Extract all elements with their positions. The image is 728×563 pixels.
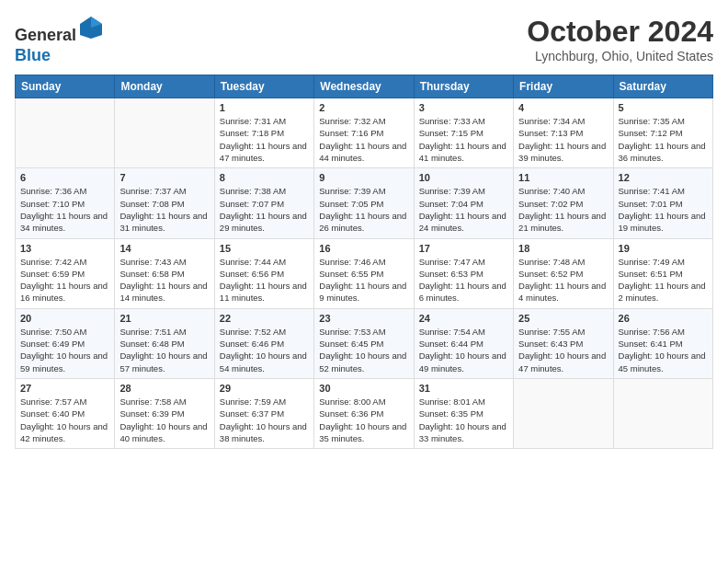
calendar-cell: 2Sunrise: 7:32 AMSunset: 7:16 PMDaylight…: [314, 98, 414, 168]
calendar-cell: 1Sunrise: 7:31 AMSunset: 7:18 PMDaylight…: [214, 98, 313, 168]
day-number: 31: [419, 383, 508, 394]
calendar-cell: 25Sunrise: 7:55 AMSunset: 6:43 PMDayligh…: [514, 308, 613, 378]
calendar-cell: 3Sunrise: 7:33 AMSunset: 7:15 PMDaylight…: [414, 98, 513, 168]
day-number: 2: [319, 102, 408, 113]
day-number: 27: [20, 383, 109, 394]
calendar-cell: 24Sunrise: 7:54 AMSunset: 6:44 PMDayligh…: [414, 308, 513, 378]
month-title: October 2024: [527, 15, 713, 49]
day-info: Sunrise: 7:32 AMSunset: 7:16 PMDaylight:…: [319, 115, 408, 164]
calendar-cell: 10Sunrise: 7:39 AMSunset: 7:04 PMDayligh…: [414, 168, 513, 238]
day-info: Sunrise: 7:55 AMSunset: 6:43 PMDaylight:…: [518, 326, 608, 374]
day-info: Sunrise: 7:47 AMSunset: 6:53 PMDaylight:…: [419, 256, 508, 304]
day-info: Sunrise: 8:01 AMSunset: 6:35 PMDaylight:…: [419, 396, 508, 444]
title-block: October 2024 Lynchburg, Ohio, United Sta…: [527, 15, 713, 63]
day-number: 14: [119, 243, 209, 254]
col-sunday: Sunday: [16, 75, 115, 98]
logo-general: General: [15, 26, 76, 44]
col-wednesday: Wednesday: [314, 75, 414, 98]
day-info: Sunrise: 7:51 AMSunset: 6:48 PMDaylight:…: [119, 326, 209, 374]
day-number: 28: [119, 383, 209, 394]
calendar-cell: 31Sunrise: 8:01 AMSunset: 6:35 PMDayligh…: [414, 378, 513, 448]
day-info: Sunrise: 7:37 AMSunset: 7:08 PMDaylight:…: [119, 185, 209, 234]
day-number: 4: [518, 102, 608, 113]
col-saturday: Saturday: [613, 75, 712, 98]
col-tuesday: Tuesday: [214, 75, 313, 98]
day-info: Sunrise: 7:52 AMSunset: 6:46 PMDaylight:…: [220, 326, 309, 374]
day-number: 21: [119, 313, 209, 324]
calendar-cell: 20Sunrise: 7:50 AMSunset: 6:49 PMDayligh…: [16, 308, 115, 378]
day-info: Sunrise: 7:39 AMSunset: 7:05 PMDaylight:…: [319, 185, 408, 234]
calendar-cell: 9Sunrise: 7:39 AMSunset: 7:05 PMDaylight…: [314, 168, 414, 238]
day-number: 24: [419, 313, 508, 324]
day-number: 19: [619, 243, 708, 254]
day-number: 13: [20, 243, 109, 254]
day-info: Sunrise: 7:40 AMSunset: 7:02 PMDaylight:…: [518, 185, 608, 234]
calendar-week-2: 6Sunrise: 7:36 AMSunset: 7:10 PMDaylight…: [16, 168, 713, 238]
day-info: Sunrise: 7:42 AMSunset: 6:59 PMDaylight:…: [20, 256, 109, 304]
day-info: Sunrise: 7:36 AMSunset: 7:10 PMDaylight:…: [20, 185, 109, 234]
calendar-week-1: 1Sunrise: 7:31 AMSunset: 7:18 PMDaylight…: [16, 98, 713, 168]
day-number: 12: [619, 172, 708, 183]
calendar-cell: 13Sunrise: 7:42 AMSunset: 6:59 PMDayligh…: [16, 238, 115, 308]
day-info: Sunrise: 7:57 AMSunset: 6:40 PMDaylight:…: [20, 396, 109, 444]
day-info: Sunrise: 7:43 AMSunset: 6:58 PMDaylight:…: [119, 256, 209, 304]
calendar-cell: 28Sunrise: 7:58 AMSunset: 6:39 PMDayligh…: [115, 378, 214, 448]
calendar-cell: 19Sunrise: 7:49 AMSunset: 6:51 PMDayligh…: [613, 238, 712, 308]
calendar-cell: 27Sunrise: 7:57 AMSunset: 6:40 PMDayligh…: [16, 378, 115, 448]
day-info: Sunrise: 8:00 AMSunset: 6:36 PMDaylight:…: [319, 396, 408, 444]
calendar-cell: 23Sunrise: 7:53 AMSunset: 6:45 PMDayligh…: [314, 308, 414, 378]
calendar-week-4: 20Sunrise: 7:50 AMSunset: 6:49 PMDayligh…: [16, 308, 713, 378]
day-info: Sunrise: 7:35 AMSunset: 7:12 PMDaylight:…: [619, 115, 708, 164]
calendar-cell: 14Sunrise: 7:43 AMSunset: 6:58 PMDayligh…: [115, 238, 214, 308]
calendar-cell: 22Sunrise: 7:52 AMSunset: 6:46 PMDayligh…: [214, 308, 313, 378]
calendar-cell: 4Sunrise: 7:34 AMSunset: 7:13 PMDaylight…: [514, 98, 613, 168]
page-header: General Blue October 2024 Lynchburg, Ohi…: [15, 15, 713, 65]
calendar-cell: 21Sunrise: 7:51 AMSunset: 6:48 PMDayligh…: [115, 308, 214, 378]
calendar-cell: [613, 378, 712, 448]
day-info: Sunrise: 7:59 AMSunset: 6:37 PMDaylight:…: [220, 396, 309, 444]
col-friday: Friday: [514, 75, 613, 98]
calendar-cell: [16, 98, 115, 168]
logo: General Blue: [15, 15, 104, 65]
day-number: 20: [20, 313, 109, 324]
calendar-cell: 17Sunrise: 7:47 AMSunset: 6:53 PMDayligh…: [414, 238, 513, 308]
day-info: Sunrise: 7:50 AMSunset: 6:49 PMDaylight:…: [20, 326, 109, 374]
calendar-cell: [115, 98, 214, 168]
day-info: Sunrise: 7:46 AMSunset: 6:55 PMDaylight:…: [319, 256, 408, 304]
logo-blue: Blue: [15, 46, 51, 64]
day-info: Sunrise: 7:49 AMSunset: 6:51 PMDaylight:…: [619, 256, 708, 304]
day-info: Sunrise: 7:33 AMSunset: 7:15 PMDaylight:…: [419, 115, 508, 164]
day-info: Sunrise: 7:38 AMSunset: 7:07 PMDaylight:…: [220, 185, 309, 234]
calendar-cell: 8Sunrise: 7:38 AMSunset: 7:07 PMDaylight…: [214, 168, 313, 238]
day-info: Sunrise: 7:44 AMSunset: 6:56 PMDaylight:…: [220, 256, 309, 304]
calendar-cell: 30Sunrise: 8:00 AMSunset: 6:36 PMDayligh…: [314, 378, 414, 448]
day-number: 1: [220, 102, 309, 113]
calendar-cell: 29Sunrise: 7:59 AMSunset: 6:37 PMDayligh…: [214, 378, 313, 448]
day-info: Sunrise: 7:41 AMSunset: 7:01 PMDaylight:…: [619, 185, 708, 234]
day-number: 29: [220, 383, 309, 394]
calendar-cell: 26Sunrise: 7:56 AMSunset: 6:41 PMDayligh…: [613, 308, 712, 378]
col-thursday: Thursday: [414, 75, 513, 98]
calendar-cell: 16Sunrise: 7:46 AMSunset: 6:55 PMDayligh…: [314, 238, 414, 308]
day-number: 15: [220, 243, 309, 254]
location: Lynchburg, Ohio, United States: [527, 49, 713, 63]
day-number: 22: [220, 313, 309, 324]
calendar-week-3: 13Sunrise: 7:42 AMSunset: 6:59 PMDayligh…: [16, 238, 713, 308]
calendar-cell: 15Sunrise: 7:44 AMSunset: 6:56 PMDayligh…: [214, 238, 313, 308]
day-number: 9: [319, 172, 408, 183]
logo-icon: [78, 15, 104, 40]
day-number: 8: [220, 172, 309, 183]
calendar-cell: 6Sunrise: 7:36 AMSunset: 7:10 PMDaylight…: [16, 168, 115, 238]
col-monday: Monday: [115, 75, 214, 98]
day-number: 10: [419, 172, 508, 183]
calendar-header-row: Sunday Monday Tuesday Wednesday Thursday…: [16, 75, 713, 98]
calendar-cell: 7Sunrise: 7:37 AMSunset: 7:08 PMDaylight…: [115, 168, 214, 238]
calendar-cell: 11Sunrise: 7:40 AMSunset: 7:02 PMDayligh…: [514, 168, 613, 238]
day-info: Sunrise: 7:48 AMSunset: 6:52 PMDaylight:…: [518, 256, 608, 304]
day-number: 6: [20, 172, 109, 183]
calendar-cell: [514, 378, 613, 448]
day-info: Sunrise: 7:56 AMSunset: 6:41 PMDaylight:…: [619, 326, 708, 374]
day-number: 3: [419, 102, 508, 113]
calendar-week-5: 27Sunrise: 7:57 AMSunset: 6:40 PMDayligh…: [16, 378, 713, 448]
day-number: 30: [319, 383, 408, 394]
